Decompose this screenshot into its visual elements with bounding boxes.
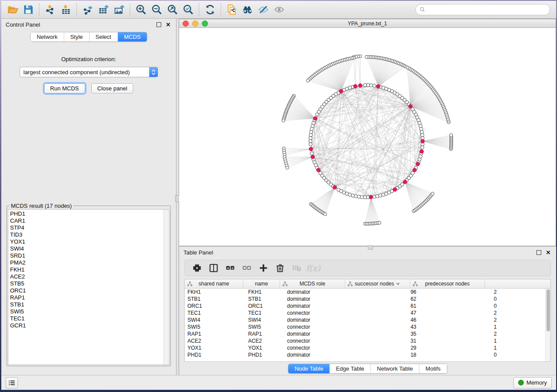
table-row[interactable]: RAP1RAP1dominator352 bbox=[185, 330, 550, 337]
tab-motifs[interactable]: Motifs bbox=[419, 364, 447, 373]
mcds-result-item[interactable]: SWI5 bbox=[10, 308, 162, 315]
mcds-result-item[interactable]: RAP1 bbox=[10, 294, 162, 301]
zoom-out-button[interactable] bbox=[149, 3, 165, 17]
toolbar-separator bbox=[221, 3, 221, 16]
mcds-result-item[interactable]: YOX1 bbox=[10, 238, 162, 245]
mcds-result-item[interactable]: FKH1 bbox=[10, 266, 162, 273]
close-panel-button[interactable]: Close panel bbox=[91, 83, 134, 93]
column-header-name[interactable]: name bbox=[243, 279, 280, 288]
mcds-result-item[interactable]: GCR1 bbox=[10, 322, 162, 329]
import-table-button[interactable] bbox=[58, 3, 74, 17]
table-row[interactable]: ACE2ACE2connector311 bbox=[185, 337, 550, 344]
table-scrollbar[interactable] bbox=[545, 289, 550, 361]
cell-MCDS-role: dominator bbox=[284, 289, 352, 295]
toolbar-separator bbox=[130, 3, 131, 16]
network-canvas[interactable] bbox=[179, 28, 556, 246]
clone-network-button[interactable] bbox=[224, 3, 240, 17]
cell-name: YOX1 bbox=[246, 345, 284, 351]
column-header-predecessor-nodes[interactable]: predecessor nodes bbox=[410, 279, 485, 288]
save-session-button[interactable] bbox=[21, 3, 36, 17]
mcds-result-item[interactable]: ACE2 bbox=[10, 273, 162, 280]
table-panel-close-button[interactable]: ✕ bbox=[545, 249, 552, 256]
mcds-result-item[interactable]: ORC1 bbox=[10, 287, 162, 294]
tab-mcds[interactable]: MCDS bbox=[118, 32, 147, 41]
toolbar-separator bbox=[76, 3, 77, 16]
table-row[interactable]: PHD1PHD1dominator180 bbox=[185, 351, 550, 358]
cell-predecessor-nodes: 2 bbox=[422, 310, 501, 316]
sort-desc-icon bbox=[396, 282, 400, 286]
cell-name: STB1 bbox=[246, 296, 284, 302]
scrollbar-thumb[interactable] bbox=[547, 289, 550, 331]
zoom-fit-button[interactable] bbox=[165, 3, 180, 17]
refresh-button[interactable] bbox=[202, 3, 218, 17]
tab-edge-table[interactable]: Edge Table bbox=[329, 364, 370, 373]
task-history-button[interactable] bbox=[6, 377, 18, 389]
tab-style[interactable]: Style bbox=[64, 32, 89, 41]
network-window-titlebar[interactable]: YPA_prune.txt_1 bbox=[179, 19, 556, 28]
table-row[interactable]: SWI5SWI5connector431 bbox=[185, 323, 550, 330]
table-row[interactable]: STB1STB1dominator620 bbox=[185, 296, 550, 303]
table-row[interactable]: ORC1ORC1dominator610 bbox=[185, 303, 550, 309]
mcds-result-item[interactable]: SRD1 bbox=[10, 252, 162, 259]
zoom-selected-button[interactable] bbox=[180, 3, 196, 17]
mcds-result-item[interactable]: STB1 bbox=[10, 301, 162, 308]
hide-selected-button[interactable] bbox=[256, 3, 271, 17]
mcds-result-item[interactable]: SWI4 bbox=[10, 245, 162, 252]
tab-network-table[interactable]: Network Table bbox=[370, 364, 419, 373]
zoom-in-button[interactable] bbox=[133, 3, 149, 17]
memory-button[interactable]: Memory bbox=[513, 377, 552, 389]
search-network-button[interactable] bbox=[240, 3, 256, 17]
select-all-button[interactable] bbox=[224, 262, 236, 274]
export-network-button[interactable] bbox=[80, 3, 96, 17]
add-row-button[interactable] bbox=[257, 262, 270, 274]
mcds-result-item[interactable]: TEC1 bbox=[10, 315, 162, 322]
column-header-successor-nodes[interactable]: successor nodes bbox=[345, 279, 410, 288]
network-graph[interactable] bbox=[179, 28, 556, 246]
tab-select[interactable]: Select bbox=[89, 32, 118, 41]
select-all-icon bbox=[225, 263, 235, 273]
mcds-result-item[interactable]: PMA2 bbox=[10, 259, 162, 266]
column-header-shared-name[interactable]: shared name bbox=[185, 279, 243, 288]
toolbar-separator bbox=[199, 3, 200, 16]
column-layout-button[interactable] bbox=[208, 262, 220, 274]
cell-name: SWI5 bbox=[246, 324, 284, 330]
mcds-result-list[interactable]: PHD1CAR1STP4TID3YOX1SWI4SRD1PMA2FKH1ACE2… bbox=[8, 210, 163, 364]
mcds-result-item[interactable]: CAR1 bbox=[10, 217, 162, 224]
cell-predecessor-nodes: 2 bbox=[422, 289, 501, 295]
table-panel-float-button[interactable] bbox=[535, 249, 542, 256]
table-row[interactable]: SWI4SWI4dominator462 bbox=[185, 316, 550, 323]
column-header-MCDS-role[interactable]: MCDS role bbox=[280, 279, 345, 288]
mcds-result-item[interactable]: PHD1 bbox=[10, 210, 162, 217]
cell-MCDS-role: dominator bbox=[284, 317, 352, 323]
open-file-button[interactable] bbox=[5, 3, 21, 17]
mcds-result-item[interactable]: STB5 bbox=[10, 280, 162, 287]
export-image-button[interactable] bbox=[111, 3, 127, 17]
delete-row-button[interactable] bbox=[274, 262, 286, 274]
criterion-dropdown[interactable]: largest connected component (undirected) bbox=[20, 67, 158, 77]
table-row[interactable]: FKH1FKH1dominator962 bbox=[185, 289, 550, 296]
deselect-all-button[interactable] bbox=[241, 262, 253, 274]
search-box[interactable] bbox=[415, 4, 550, 15]
clone-network-icon bbox=[226, 4, 238, 15]
show-all-button[interactable] bbox=[271, 3, 287, 17]
export-table-button[interactable] bbox=[96, 3, 111, 17]
mcds-list-scrollbar[interactable] bbox=[163, 210, 169, 364]
close-icon: ✕ bbox=[166, 22, 171, 28]
mcds-result-item[interactable]: TID3 bbox=[10, 231, 162, 238]
horizontal-splitter-grip[interactable] bbox=[368, 245, 373, 250]
tab-node-table[interactable]: Node Table bbox=[288, 364, 329, 373]
cell-shared-name: STB1 bbox=[185, 296, 246, 302]
settings-button[interactable] bbox=[191, 262, 203, 274]
import-network-button[interactable] bbox=[42, 3, 58, 17]
tab-network[interactable]: Network bbox=[31, 32, 64, 41]
control-panel-close-button[interactable]: ✕ bbox=[165, 21, 172, 28]
run-mcds-button[interactable]: Run MCDS bbox=[44, 83, 85, 93]
table-row[interactable]: TEC1TEC1connector472 bbox=[185, 309, 550, 316]
search-input[interactable] bbox=[428, 6, 546, 13]
control-panel-float-button[interactable] bbox=[155, 21, 162, 28]
table-panel-title: Table Panel bbox=[183, 249, 533, 256]
cell-name: ORC1 bbox=[246, 303, 284, 309]
mcds-result-item[interactable]: STP4 bbox=[10, 224, 162, 231]
toolbar-separator bbox=[39, 3, 40, 16]
table-row[interactable]: YOX1YOX1connector291 bbox=[185, 344, 550, 351]
